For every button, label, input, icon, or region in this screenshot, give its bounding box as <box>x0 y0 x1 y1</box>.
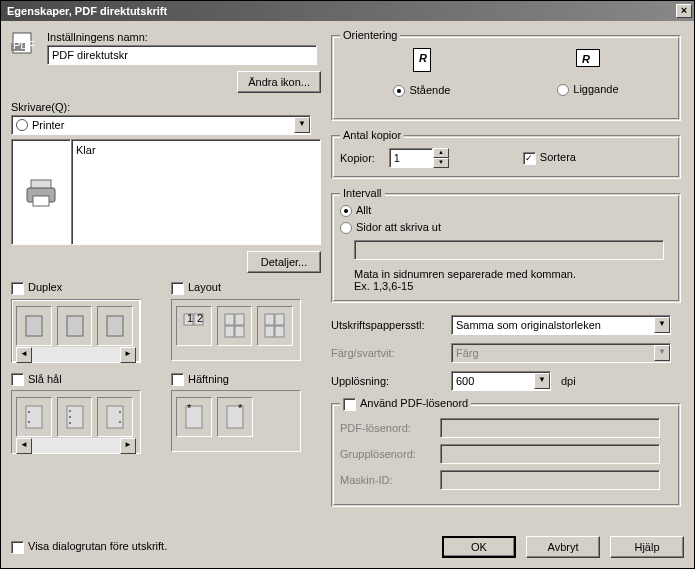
svg-point-27 <box>69 422 71 424</box>
dpi-label: dpi <box>561 375 576 387</box>
resolution-value: 600 <box>456 375 474 387</box>
printer-small-icon <box>16 119 28 131</box>
use-pdf-password-label[interactable]: Använd PDF-lösenord <box>340 397 471 411</box>
punch-checkbox[interactable] <box>11 373 24 386</box>
svg-text:*: * <box>238 404 243 414</box>
show-dialog-checkbox[interactable] <box>11 541 24 554</box>
range-group: Intervall Allt Sidor att skriva ut Mata … <box>331 193 681 303</box>
use-pdf-password-checkbox[interactable] <box>343 398 356 411</box>
printer-status: Klar <box>76 144 96 156</box>
pdf-password-label: PDF-lösenord: <box>340 422 440 434</box>
svg-point-26 <box>69 416 71 418</box>
duplex-option-1[interactable] <box>16 306 52 346</box>
svg-text:1: 1 <box>187 313 193 324</box>
svg-rect-8 <box>107 316 123 336</box>
landscape-radio[interactable] <box>557 84 569 96</box>
copies-input[interactable] <box>389 148 433 168</box>
svg-text:*: * <box>187 404 192 414</box>
group-password-label: Grupplösenord: <box>340 448 440 460</box>
staple-option-1[interactable]: * <box>176 397 212 437</box>
paper-label: Utskriftspappersstl: <box>331 319 441 331</box>
portrait-radio[interactable] <box>393 85 405 97</box>
range-pages-radio[interactable] <box>340 222 352 234</box>
range-hint1: Mata in sidnumren separerade med komman. <box>354 268 672 280</box>
staple-option-2[interactable]: * <box>217 397 253 437</box>
layout-option-2[interactable] <box>217 306 253 346</box>
duplex-option-2[interactable] <box>57 306 93 346</box>
machine-id-label: Maskin-ID: <box>340 474 440 486</box>
punch-option-2[interactable] <box>57 397 93 437</box>
change-icon-button[interactable]: Ändra ikon... <box>237 71 321 93</box>
cancel-button[interactable]: Avbryt <box>526 536 600 558</box>
group-password-input <box>440 444 660 464</box>
svg-text:PDF: PDF <box>13 39 35 51</box>
color-dropdown: Färg ▼ <box>451 343 671 363</box>
dropdown-arrow-icon[interactable]: ▼ <box>654 317 670 333</box>
duplex-checkbox[interactable] <box>11 282 24 295</box>
layout-checkbox-label[interactable]: Layout <box>171 281 221 293</box>
svg-rect-6 <box>26 316 42 336</box>
paper-value: Samma som originalstorleken <box>456 319 601 331</box>
svg-point-23 <box>28 421 30 423</box>
sort-checkbox[interactable]: ✓ <box>523 152 536 165</box>
duplex-option-3[interactable] <box>97 306 133 346</box>
machine-id-input <box>440 470 660 490</box>
svg-rect-20 <box>275 326 284 337</box>
punch-scrollbar[interactable]: ◄► <box>16 437 136 453</box>
svg-rect-15 <box>225 326 234 337</box>
printer-dropdown[interactable]: Printer ▼ <box>11 115 311 135</box>
layout-option-1[interactable]: 12 <box>176 306 212 346</box>
svg-rect-5 <box>33 196 49 206</box>
staple-checkbox[interactable] <box>171 373 184 386</box>
pdf-icon: PDF <box>11 31 39 55</box>
svg-point-22 <box>28 411 30 413</box>
punch-checkbox-label[interactable]: Slå hål <box>11 373 62 385</box>
duplex-checkbox-label[interactable]: Duplex <box>11 281 62 293</box>
settings-name-input[interactable] <box>47 45 317 65</box>
svg-rect-13 <box>225 314 234 325</box>
printer-selected: Printer <box>32 119 64 131</box>
close-button[interactable]: × <box>676 4 692 18</box>
color-value: Färg <box>456 347 479 359</box>
svg-rect-17 <box>265 314 274 325</box>
range-all-radio[interactable] <box>340 205 352 217</box>
show-dialog-label[interactable]: Visa dialogrutan före utskrift. <box>11 540 167 554</box>
printer-label: Skrivare(Q): <box>11 101 321 113</box>
range-all-label[interactable]: Allt <box>340 204 371 216</box>
layout-option-3[interactable] <box>257 306 293 346</box>
sort-checkbox-label[interactable]: ✓Sortera <box>523 151 576 163</box>
staple-checkbox-label[interactable]: Häftning <box>171 373 229 385</box>
punch-option-3[interactable] <box>97 397 133 437</box>
landscape-icon <box>576 49 600 67</box>
printer-icon-panel <box>11 139 71 245</box>
titlebar: Egenskaper, PDF direktutskrift × <box>1 1 694 21</box>
paper-dropdown[interactable]: Samma som originalstorleken ▼ <box>451 315 671 335</box>
settings-name-label: Inställningens namn: <box>47 31 321 43</box>
svg-rect-19 <box>265 326 274 337</box>
layout-checkbox[interactable] <box>171 282 184 295</box>
dropdown-arrow-icon[interactable]: ▼ <box>294 117 310 133</box>
pdf-password-group: Använd PDF-lösenord PDF-lösenord: Gruppl… <box>331 403 681 507</box>
copies-label: Kopior: <box>340 152 375 164</box>
copies-spinner[interactable]: ▲▼ <box>433 148 449 168</box>
resolution-dropdown[interactable]: 600 ▼ <box>451 371 551 391</box>
svg-text:2: 2 <box>197 313 203 324</box>
portrait-icon <box>413 48 431 72</box>
orientation-group: Orientering Stående Liggande <box>331 35 681 121</box>
range-pages-label[interactable]: Sidor att skriva ut <box>340 221 441 233</box>
printer-status-panel: Klar <box>71 139 321 245</box>
svg-rect-7 <box>67 316 83 336</box>
dropdown-arrow-icon[interactable]: ▼ <box>534 373 550 389</box>
orientation-legend: Orientering <box>340 29 400 41</box>
landscape-radio-label[interactable]: Liggande <box>557 83 618 95</box>
punch-option-1[interactable] <box>16 397 52 437</box>
copies-group: Antal kopior Kopior: ▲▼ ✓Sortera <box>331 135 681 179</box>
duplex-scrollbar[interactable]: ◄► <box>16 346 136 362</box>
help-button[interactable]: Hjälp <box>610 536 684 558</box>
portrait-radio-label[interactable]: Stående <box>393 84 450 96</box>
details-button[interactable]: Detaljer... <box>247 251 321 273</box>
range-legend: Intervall <box>340 187 385 199</box>
ok-button[interactable]: OK <box>442 536 516 558</box>
resolution-label: Upplösning: <box>331 375 441 387</box>
color-label: Färg/svartvit: <box>331 347 441 359</box>
